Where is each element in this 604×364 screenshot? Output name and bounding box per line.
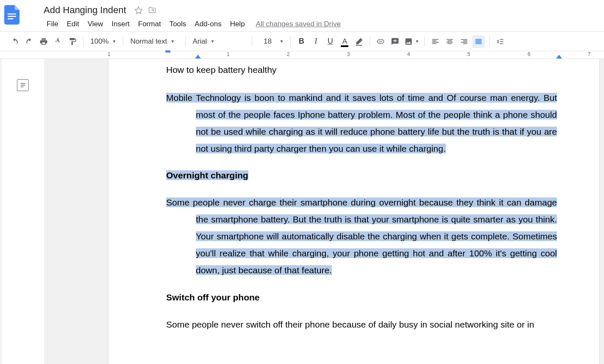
italic-button[interactable]: I [309, 35, 322, 48]
svg-rect-1 [8, 16, 16, 17]
text-color-button[interactable]: A [338, 35, 351, 48]
document-canvas[interactable]: How to keep battery healthy Mobile Techn… [44, 59, 604, 364]
separator [424, 36, 425, 47]
ruler-number: 3 [347, 51, 350, 57]
paragraph-1: Mobile Technology is boon to mankind and… [166, 89, 557, 157]
separator [185, 36, 186, 47]
ruler-number: 1 [227, 51, 230, 57]
workspace: How to keep battery healthy Mobile Techn… [0, 59, 604, 364]
selected-text: Mobile Technology is boon to mankind and… [166, 93, 557, 103]
separator [83, 36, 84, 47]
menu-edit[interactable]: Edit [62, 18, 83, 30]
save-status[interactable]: All changes saved in Drive [256, 20, 341, 28]
separator [489, 36, 490, 47]
ruler-number: 5 [468, 51, 470, 57]
align-left-button[interactable] [429, 35, 442, 48]
star-icon[interactable] [134, 6, 143, 14]
menu-view[interactable]: View [84, 18, 108, 30]
redo-button[interactable] [23, 35, 36, 48]
line-spacing-button[interactable] [494, 35, 507, 48]
font-family-combo[interactable]: Arial▼ [189, 35, 248, 48]
separator [252, 36, 252, 47]
title-row: Add Hanging Indent [24, 3, 601, 17]
document-outline-icon[interactable] [17, 79, 29, 91]
subheading-overnight: Overnight charging [166, 167, 557, 184]
undo-button[interactable] [8, 35, 21, 48]
highlight-color-button[interactable] [353, 35, 365, 48]
ruler-number: 4 [407, 51, 410, 57]
left-sidebar [2, 59, 44, 364]
horizontal-ruler[interactable]: 1 1 2 3 4 5 6 7 [109, 51, 604, 59]
menubar: File Edit View Insert Format Tools Add-o… [42, 17, 601, 31]
align-justify-button[interactable] [472, 35, 485, 48]
ruler-number: 1 [108, 51, 111, 57]
paint-format-button[interactable] [66, 35, 79, 48]
menu-format[interactable]: Format [134, 18, 165, 30]
selected-text: Some people never charge their smartphon… [166, 197, 557, 207]
menu-tools[interactable]: Tools [165, 18, 191, 30]
svg-rect-5 [393, 40, 397, 41]
docs-logo[interactable] [3, 3, 20, 26]
add-comment-button[interactable] [389, 35, 401, 48]
first-line-indent-marker[interactable] [165, 50, 171, 54]
bold-button[interactable]: B [295, 35, 308, 48]
right-indent-marker[interactable] [556, 55, 562, 58]
svg-rect-0 [8, 14, 16, 14]
menu-help[interactable]: Help [226, 18, 249, 30]
menu-file[interactable]: File [42, 18, 62, 30]
separator [290, 36, 291, 47]
separator [123, 36, 123, 47]
menu-insert[interactable]: Insert [107, 18, 134, 30]
page: How to keep battery healthy Mobile Techn… [108, 59, 600, 364]
separator [370, 36, 370, 47]
align-center-button[interactable] [443, 35, 456, 48]
insert-link-button[interactable] [374, 35, 387, 48]
zoom-combo[interactable]: 100%▼ [87, 35, 120, 48]
document-body[interactable]: How to keep battery healthy Mobile Techn… [166, 61, 557, 333]
paragraph-style-combo[interactable]: Normal text▼ [127, 35, 182, 48]
insert-image-button[interactable]: ▼ [402, 35, 421, 48]
align-right-button[interactable] [458, 35, 470, 48]
docs-icon [4, 5, 19, 25]
print-button[interactable] [37, 35, 50, 48]
doc-title-input[interactable]: Add Hanging Indent [41, 3, 129, 17]
underline-button[interactable]: U [324, 35, 337, 48]
paragraph-3: Some people never switch off their phone… [166, 316, 557, 333]
selected-text: most of the people faces Iphone battery … [196, 110, 557, 153]
menu-addons[interactable]: Add-ons [190, 18, 225, 30]
doc-heading-line: How to keep battery healthy [166, 61, 557, 78]
ruler-number: 2 [287, 51, 290, 57]
spellcheck-button[interactable] [52, 35, 64, 48]
ruler-area: 1 1 2 3 4 5 6 7 [0, 51, 604, 59]
font-size-combo[interactable]: 18▼ [256, 35, 287, 48]
header: Add Hanging Indent File Edit View Insert… [0, 0, 604, 32]
ruler-number: 7 [588, 51, 591, 57]
subheading-switch-off: Switch off your phone [166, 289, 557, 306]
toolbar: 100%▼ Normal text▼ Arial▼ 18▼ B I U A ▼ [0, 32, 604, 51]
selected-text: the smartphone battery. But the truth is… [196, 214, 557, 275]
vertical-ruler[interactable] [0, 59, 2, 364]
ruler-number: 6 [528, 51, 531, 57]
move-to-folder-icon[interactable] [148, 6, 156, 14]
left-indent-marker[interactable] [195, 55, 201, 58]
paragraph-2: Some people never charge their smartphon… [166, 194, 557, 278]
header-main: Add Hanging Indent File Edit View Insert… [24, 3, 601, 31]
svg-rect-2 [8, 18, 13, 19]
